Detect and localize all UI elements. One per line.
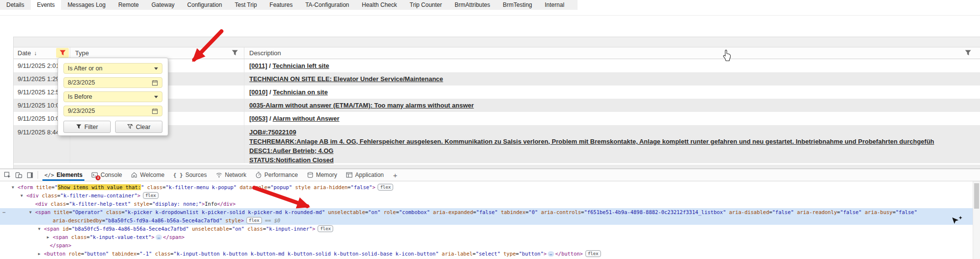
- collapse-arrow-icon[interactable]: ▼: [29, 208, 32, 216]
- column-header-date[interactable]: Date ↓: [14, 47, 70, 59]
- column-title-description: Description: [249, 49, 281, 57]
- application-icon: [346, 172, 353, 178]
- description-link[interactable]: TECHNICIAN ON SITE ELE: Elevator Under S…: [249, 75, 443, 83]
- devtools-tab-elements[interactable]: </>Elements: [40, 169, 87, 181]
- code-line[interactable]: ⋯▼<span title="Operator" class="k-picker…: [0, 208, 973, 216]
- description-link[interactable]: [0010]: [249, 88, 268, 96]
- code-line[interactable]: ▶<button role="button" tabindex="-1" cla…: [0, 250, 973, 258]
- description-link[interactable]: DESC1:Außer Betrieb; 4.OG: [249, 147, 334, 154]
- flex-badge[interactable]: flex: [143, 192, 159, 199]
- grid-group-strip: [14, 37, 980, 47]
- code-line[interactable]: <div class="k-filter-help-text" style="d…: [0, 200, 973, 208]
- code-line[interactable]: ▼<div class="k-filter-menu-container">fl…: [0, 192, 973, 200]
- tab-gateway[interactable]: Gateway: [145, 0, 180, 10]
- tab-details[interactable]: Details: [0, 0, 31, 10]
- devtools-tab-label: Memory: [316, 172, 337, 178]
- devtools-tab-sources[interactable]: { }Sources: [169, 169, 211, 181]
- tab-test-trip[interactable]: Test Trip: [228, 0, 263, 10]
- sort-desc-icon: ↓: [34, 50, 37, 57]
- tab-features[interactable]: Features: [263, 0, 299, 10]
- date2-value: 9/23/2025: [68, 108, 95, 114]
- description-filter-icon[interactable]: [961, 48, 974, 58]
- expand-ellipsis-icon[interactable]: …: [156, 235, 162, 240]
- expand-arrow-icon[interactable]: ▶: [38, 250, 40, 258]
- description-link[interactable]: TECHREMARK:Anlage AB im 4. OG, Fehlerspe…: [249, 138, 934, 145]
- tab-events[interactable]: Events: [31, 0, 61, 10]
- column-header-description[interactable]: Description: [244, 47, 980, 59]
- description-link[interactable]: Technician left site: [273, 62, 329, 69]
- column-header-type[interactable]: Type: [70, 47, 244, 59]
- devtools-tab-label: Welcome: [140, 172, 164, 178]
- performance-icon: [255, 172, 262, 178]
- column-title-date: Date: [18, 49, 31, 57]
- line-actions-icon[interactable]: ⋯: [2, 208, 5, 216]
- devtools-tab-label: Application: [355, 172, 384, 178]
- devtools-tab-application[interactable]: Application: [341, 169, 388, 181]
- cell-description: JOB#:75022109TECHREMARK:Anlage AB im 4. …: [244, 125, 980, 163]
- devtools-tab-label: Elements: [57, 172, 82, 178]
- tab-trip-counter[interactable]: Trip Counter: [403, 0, 448, 10]
- tab-health-check[interactable]: Health Check: [356, 0, 403, 10]
- flex-badge[interactable]: flex: [378, 184, 393, 191]
- description-link[interactable]: Alarm without Answer: [273, 115, 340, 122]
- description-link[interactable]: [0011]: [249, 62, 267, 69]
- code-line[interactable]: </span>: [0, 241, 973, 250]
- code-line[interactable]: aria-describedby="b8a50fc5-fd9a-4a86-b56…: [0, 216, 973, 225]
- device-toolbar-icon[interactable]: [13, 170, 24, 181]
- description-link[interactable]: JOB#:75022109: [249, 129, 296, 136]
- flex-badge[interactable]: flex: [318, 225, 333, 232]
- calendar-icon[interactable]: [152, 108, 158, 114]
- toolbar-divider: [0, 15, 980, 16]
- clear-button[interactable]: Clear: [115, 121, 162, 133]
- clear-button-label: Clear: [136, 124, 151, 130]
- devtools-tab-welcome[interactable]: Welcome: [126, 169, 169, 181]
- date-filter-icon[interactable]: [56, 48, 69, 58]
- description-link[interactable]: Technician on site: [273, 88, 327, 96]
- calendar-icon[interactable]: [152, 80, 158, 86]
- tab-remote[interactable]: Remote: [112, 0, 145, 10]
- tab-internal[interactable]: Internal: [539, 0, 571, 10]
- operator2-dropdown[interactable]: Is Before: [63, 91, 162, 102]
- cell-description: [0011] / Technician left site: [244, 59, 980, 72]
- flex-badge[interactable]: flex: [246, 217, 262, 224]
- dock-side-icon[interactable]: [24, 170, 36, 181]
- date1-input[interactable]: 8/23/2025: [63, 77, 162, 88]
- tab-messages-log[interactable]: Messages Log: [61, 0, 112, 10]
- operator2-value: Is Before: [68, 93, 92, 100]
- devtools-tab-label: Console: [100, 172, 122, 178]
- expand-ellipsis-icon[interactable]: …: [548, 251, 554, 257]
- filter-button[interactable]: Filter: [63, 121, 111, 133]
- collapse-arrow-icon[interactable]: ▼: [20, 192, 23, 200]
- description-link[interactable]: STATUS:Notification Closed: [249, 156, 334, 163]
- description-link[interactable]: 0035-Alarm without answer (ETMA/TAM): To…: [249, 102, 474, 109]
- description-separator: /: [268, 88, 273, 96]
- devtools-tab-performance[interactable]: Performance: [251, 169, 302, 181]
- devtools-tab-network[interactable]: Network: [211, 169, 251, 181]
- devtools-panel: </>Elements8ConsoleWelcome{ }SourcesNetw…: [0, 169, 980, 259]
- tab-brmtesting[interactable]: BrmTesting: [497, 0, 539, 10]
- collapse-arrow-icon[interactable]: ▼: [12, 183, 14, 192]
- tab-ta-configuration[interactable]: TA-Configuration: [299, 0, 356, 10]
- tab-brmattributes[interactable]: BrmAttributes: [448, 0, 497, 10]
- more-tabs-button[interactable]: +: [388, 171, 402, 179]
- scrollbar-thumb[interactable]: [974, 183, 979, 209]
- code-line[interactable]: ▶<span class="k-input-value-text">…</spa…: [0, 233, 973, 241]
- collapse-arrow-icon[interactable]: ▼: [38, 225, 40, 233]
- description-link[interactable]: [0053]: [249, 115, 268, 122]
- devtools-tab-memory[interactable]: Memory: [302, 169, 341, 181]
- devtools-scrollbar[interactable]: [973, 181, 980, 259]
- devtools-tab-label: Network: [225, 172, 246, 178]
- expand-arrow-icon[interactable]: ▶: [47, 233, 49, 241]
- inspect-element-icon[interactable]: [2, 170, 13, 181]
- devtools-tab-label: Performance: [264, 172, 298, 178]
- code-line[interactable]: ▼<form title="Show items with value that…: [0, 183, 973, 192]
- tab-configuration[interactable]: Configuration: [181, 0, 228, 10]
- devtools-tab-console[interactable]: 8Console: [87, 169, 126, 181]
- sources-icon: { }: [173, 172, 183, 178]
- console-icon: 8: [91, 172, 98, 178]
- type-filter-icon[interactable]: [228, 48, 241, 58]
- code-line[interactable]: ▼<span id="b8a50fc5-fd9a-4a86-b56a-5ece4…: [0, 225, 973, 233]
- operator1-dropdown[interactable]: Is After or on: [63, 63, 162, 74]
- date2-input[interactable]: 9/23/2025: [63, 106, 162, 116]
- flex-badge[interactable]: flex: [585, 250, 601, 257]
